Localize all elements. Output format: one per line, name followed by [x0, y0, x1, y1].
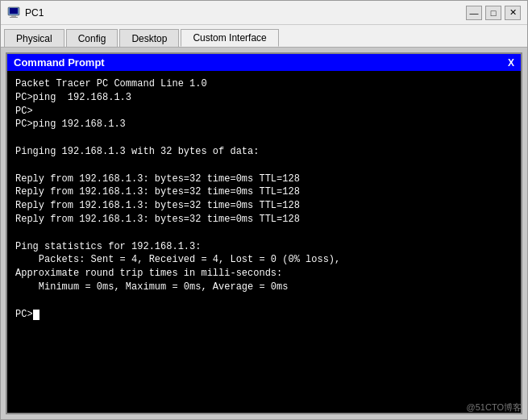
terminal-body[interactable]: Packet Tracer PC Command Line 1.0 PC>pin…	[7, 71, 521, 413]
terminal-title: Command Prompt	[14, 56, 105, 69]
terminal-header: Command Prompt X	[7, 54, 521, 71]
tab-physical[interactable]: Physical	[4, 29, 64, 47]
title-bar-left: PC1	[7, 6, 44, 19]
maximize-button[interactable]: □	[485, 6, 501, 20]
tab-config[interactable]: Config	[66, 29, 118, 47]
close-button[interactable]: ✕	[505, 6, 521, 20]
title-controls: — □ ✕	[466, 6, 521, 20]
tab-desktop[interactable]: Desktop	[119, 29, 179, 47]
svg-rect-3	[10, 17, 18, 18]
title-bar: PC1 — □ ✕	[1, 1, 527, 25]
tab-custom-interface[interactable]: Custom Interface	[181, 29, 278, 47]
svg-rect-2	[11, 15, 16, 17]
svg-rect-1	[10, 8, 18, 14]
terminal-close-button[interactable]: X	[508, 57, 514, 69]
watermark: @51CTO博客	[467, 401, 522, 414]
window-title: PC1	[25, 7, 44, 19]
tabs-bar: Physical Config Desktop Custom Interface	[1, 25, 527, 48]
main-window: PC1 — □ ✕ Physical Config Desktop Custom…	[0, 0, 528, 420]
minimize-button[interactable]: —	[466, 6, 482, 20]
pc-icon	[7, 6, 20, 19]
terminal-wrapper: Command Prompt X Packet Tracer PC Comman…	[6, 52, 522, 414]
content-area: Command Prompt X Packet Tracer PC Comman…	[1, 48, 527, 419]
